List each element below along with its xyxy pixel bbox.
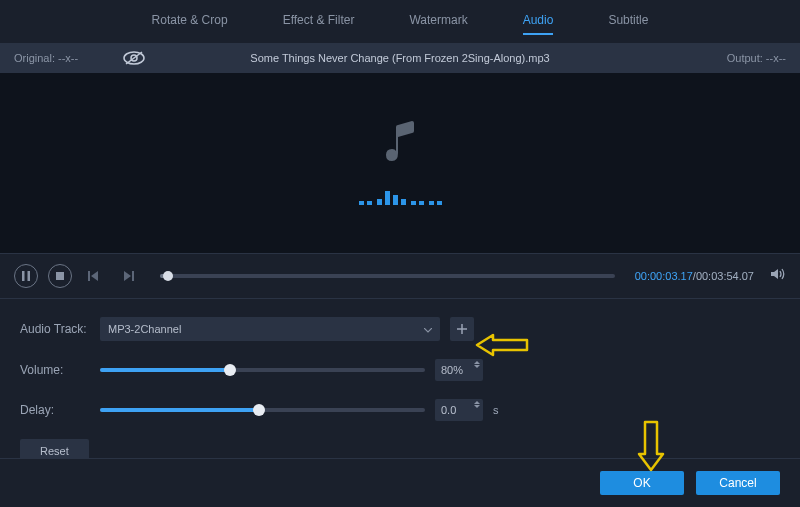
original-label: Original: --x--: [14, 52, 78, 64]
svg-rect-7: [132, 271, 134, 281]
audio-track-label: Audio Track:: [20, 322, 90, 336]
filename-label: Some Things Never Change (From Frozen 2S…: [250, 52, 549, 64]
svg-rect-3: [22, 271, 25, 281]
volume-thumb[interactable]: [224, 364, 236, 376]
tab-audio[interactable]: Audio: [523, 13, 554, 35]
volume-down-arrow[interactable]: [474, 365, 480, 368]
player-bar: 00:00:03.17/00:03:54.07: [0, 253, 800, 299]
delay-thumb[interactable]: [253, 404, 265, 416]
preview-area: [0, 73, 800, 253]
svg-rect-4: [28, 271, 31, 281]
time-total: 00:03:54.07: [696, 270, 754, 282]
delay-slider[interactable]: [100, 408, 425, 412]
stop-button[interactable]: [48, 264, 72, 288]
output-label: Output: --x--: [727, 52, 786, 64]
info-bar: Original: --x-- Some Things Never Change…: [0, 43, 800, 73]
time-display: 00:00:03.17/00:03:54.07: [635, 270, 754, 282]
svg-rect-5: [56, 272, 64, 280]
progress-track[interactable]: [160, 274, 615, 278]
tab-subtitle[interactable]: Subtitle: [608, 13, 648, 35]
audio-track-select[interactable]: MP3-2Channel: [100, 317, 440, 341]
audio-equalizer-icon: [359, 185, 442, 205]
play-pause-button[interactable]: [14, 264, 38, 288]
volume-value-stepper[interactable]: 80%: [435, 359, 483, 381]
tab-rotate-crop[interactable]: Rotate & Crop: [152, 13, 228, 35]
speaker-icon[interactable]: [770, 267, 786, 285]
ok-button[interactable]: OK: [600, 471, 684, 495]
volume-label: Volume:: [20, 363, 90, 377]
music-note-icon: [383, 121, 417, 169]
tab-bar: Rotate & Crop Effect & Filter Watermark …: [0, 0, 800, 43]
delay-unit: s: [493, 404, 499, 416]
tab-effect-filter[interactable]: Effect & Filter: [283, 13, 355, 35]
audio-track-value: MP3-2Channel: [108, 323, 181, 335]
cancel-button[interactable]: Cancel: [696, 471, 780, 495]
chevron-down-icon: [424, 323, 432, 335]
visibility-toggle-icon[interactable]: [123, 51, 145, 65]
volume-up-arrow[interactable]: [474, 361, 480, 364]
volume-value: 80%: [441, 364, 463, 376]
delay-label: Delay:: [20, 403, 90, 417]
add-track-button[interactable]: [450, 317, 474, 341]
svg-rect-6: [88, 271, 90, 281]
progress-thumb[interactable]: [163, 271, 173, 281]
delay-down-arrow[interactable]: [474, 405, 480, 408]
prev-button[interactable]: [82, 264, 106, 288]
footer-buttons: OK Cancel: [0, 458, 800, 507]
audio-controls: Audio Track: MP3-2Channel Volume: 80% De…: [0, 299, 800, 473]
delay-value-stepper[interactable]: 0.0: [435, 399, 483, 421]
volume-slider[interactable]: [100, 368, 425, 372]
delay-value: 0.0: [441, 404, 456, 416]
time-current: 00:00:03.17: [635, 270, 693, 282]
delay-up-arrow[interactable]: [474, 401, 480, 404]
next-button[interactable]: [116, 264, 140, 288]
tab-watermark[interactable]: Watermark: [409, 13, 467, 35]
